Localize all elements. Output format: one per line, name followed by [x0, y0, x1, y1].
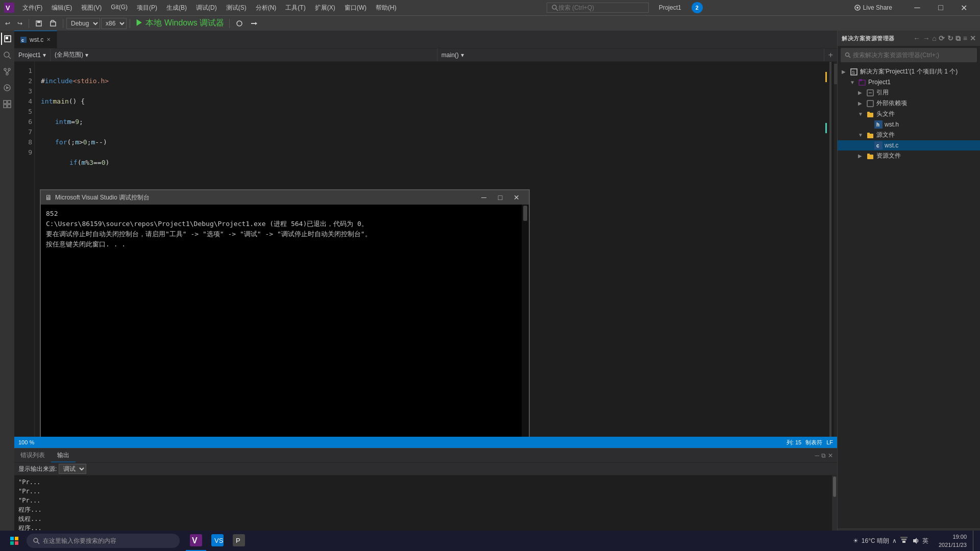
taskbar-app-3[interactable]: P — [229, 531, 249, 551]
live-share-button[interactable]: Live Share — [849, 3, 897, 12]
taskbar-vs-app[interactable]: V — [186, 531, 206, 551]
panel-tab-output[interactable]: 输出 — [51, 448, 76, 462]
external-deps-node[interactable]: ▶ 外部依赖项 — [838, 98, 980, 109]
header-files-node[interactable]: ▼ 头文件 — [838, 109, 980, 119]
menu-help[interactable]: 帮助(H) — [372, 2, 401, 14]
console-scrollbar[interactable] — [522, 205, 529, 437]
se-refresh-button[interactable]: ↻ — [947, 34, 954, 43]
menu-test[interactable]: 测试(S) — [222, 2, 251, 14]
code-editor[interactable]: 1 2 3 4 5 6 7 8 9 #include<stdio.h> int … — [14, 62, 837, 437]
chevron-down-icon-2: ▾ — [85, 52, 88, 59]
console-minimize-button[interactable]: ─ — [476, 190, 492, 205]
add-editor-button[interactable]: + — [824, 51, 837, 60]
save-button[interactable] — [32, 19, 45, 28]
wst-h-node[interactable]: h wst.h — [838, 119, 980, 130]
clock-time: 19:00 — [939, 533, 967, 541]
debug-config-dropdown[interactable]: Debug — [66, 18, 100, 29]
se-forward-button[interactable]: → — [923, 34, 930, 43]
maximize-button[interactable]: □ — [929, 0, 952, 15]
tab-close-button[interactable]: ✕ — [46, 37, 51, 42]
project-node[interactable]: ▼ Project1 — [838, 77, 980, 87]
panel-float-button[interactable]: ⧉ — [821, 452, 826, 459]
svg-marker-11 — [255, 22, 257, 25]
svg-line-30 — [849, 56, 850, 58]
solution-search-input[interactable] — [853, 52, 973, 59]
panel-close-button[interactable]: ✕ — [828, 452, 833, 459]
language-indicator[interactable]: 英 — [922, 537, 928, 545]
tab-size-info: 制表符 — [805, 439, 822, 446]
activity-debug[interactable] — [1, 82, 13, 94]
menu-git[interactable]: Git(G) — [107, 2, 132, 14]
menu-file[interactable]: 文件(F) — [18, 2, 46, 14]
activity-extensions[interactable] — [1, 98, 13, 110]
svg-text:VS: VS — [214, 537, 224, 544]
taskbar-search-box[interactable]: 在这里输入你要搜索的内容 — [27, 534, 180, 548]
resource-files-arrow: ▶ — [858, 153, 864, 159]
console-close-button[interactable]: ✕ — [508, 190, 525, 205]
solution-root[interactable]: ▶ S 解决方案'Project1'(1 个项目/共 1 个) — [838, 66, 980, 77]
breakpoint-button[interactable] — [233, 19, 246, 28]
tray-up-arrow[interactable]: ∧ — [892, 537, 897, 544]
menu-extensions[interactable]: 扩展(X) — [311, 2, 339, 14]
output-line-3: "Pr... — [18, 496, 828, 505]
scope-dropdown[interactable]: (全局范围) ▾ — [51, 48, 437, 61]
panel-minimize-button[interactable]: ─ — [815, 452, 819, 459]
system-clock[interactable]: 19:00 2021/11/23 — [935, 533, 971, 549]
references-node[interactable]: ▶ 引用 — [838, 87, 980, 98]
close-button[interactable]: ✕ — [952, 0, 976, 15]
function-dropdown[interactable]: main() ▾ — [437, 48, 824, 61]
search-input[interactable] — [558, 4, 640, 11]
taskbar-app-2[interactable]: VS — [207, 531, 228, 551]
source-files-node[interactable]: ▼ 源文件 — [838, 130, 980, 140]
se-close-button[interactable]: ✕ — [970, 34, 976, 43]
window-controls: ─ □ ✕ — [905, 0, 976, 15]
zoom-level: 100 % — [18, 439, 34, 445]
source-files-label: 源文件 — [876, 131, 895, 139]
title-search-box[interactable] — [547, 3, 649, 13]
step-over-button[interactable] — [247, 19, 260, 28]
svg-line-19 — [5, 70, 7, 73]
editor-scrollbar[interactable] — [827, 62, 834, 437]
menu-analyze[interactable]: 分析(N) — [252, 2, 281, 14]
solution-search-box[interactable] — [841, 48, 977, 62]
show-desktop-button[interactable] — [973, 531, 976, 551]
se-code-button[interactable]: ⧉ — [955, 34, 961, 43]
start-button[interactable] — [4, 531, 24, 551]
output-source-dropdown[interactable]: 调试 — [59, 464, 86, 474]
errors-tab-label: 错误列表 — [20, 451, 45, 460]
undo-button[interactable]: ↩ — [2, 19, 13, 28]
menu-view[interactable]: 视图(V) — [77, 2, 106, 14]
open-button[interactable] — [46, 19, 60, 28]
menu-window[interactable]: 窗口(W) — [340, 2, 371, 14]
resource-files-node[interactable]: ▶ 资源文件 — [838, 151, 980, 161]
menu-tools[interactable]: 工具(T) — [281, 2, 309, 14]
activity-git[interactable] — [1, 65, 13, 78]
line-ending-info: LF — [826, 439, 833, 445]
menu-edit[interactable]: 编辑(E) — [47, 2, 76, 14]
menu-debug[interactable]: 调试(D) — [192, 2, 221, 14]
weather-info: 16°C 晴朗 — [862, 537, 889, 545]
redo-button[interactable]: ↪ — [14, 19, 26, 28]
panel-tab-errors[interactable]: 错误列表 — [14, 448, 51, 462]
editor-tab-wst-c[interactable]: c wst.c ✕ — [14, 31, 57, 48]
activity-search[interactable] — [1, 49, 13, 61]
platform-dropdown[interactable]: x86 — [101, 18, 127, 29]
se-home-button[interactable]: ⌂ — [932, 34, 937, 43]
svg-point-14 — [4, 52, 9, 57]
menu-project[interactable]: 项目(P) — [133, 2, 161, 14]
console-maximize-button[interactable]: □ — [492, 190, 508, 205]
menu-build[interactable]: 生成(B) — [162, 2, 191, 14]
svg-rect-50 — [10, 537, 14, 540]
activity-explorer[interactable] — [1, 33, 13, 45]
se-sync-button[interactable]: ⟳ — [939, 34, 945, 43]
se-filter-button[interactable]: ≡ — [963, 34, 968, 43]
svg-rect-63 — [901, 539, 906, 540]
minimize-button[interactable]: ─ — [905, 0, 929, 15]
wst-c-node[interactable]: c wst.c — [838, 140, 980, 151]
output-tab-label: 输出 — [57, 451, 69, 460]
project-nav-dropdown[interactable]: Project1 ▾ — [14, 48, 51, 61]
run-button[interactable]: ▶ 本地 Windows 调试器 — [133, 18, 226, 29]
user-avatar[interactable]: 2 — [692, 2, 703, 13]
se-back-button[interactable]: ← — [913, 34, 921, 43]
code-line-5: if(m%3==0) — [41, 158, 820, 168]
